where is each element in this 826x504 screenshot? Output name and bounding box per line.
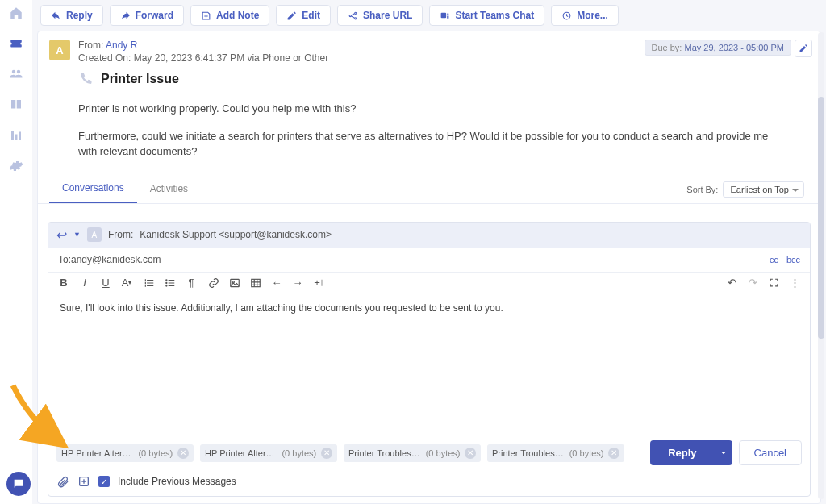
unordered-list-icon[interactable]	[165, 277, 176, 289]
action-toolbar: Reply Forward Add Note Edit Share URL St…	[32, 0, 826, 31]
created-on: Created On: May 20, 2023 6:41:37 PM via …	[78, 52, 328, 64]
ticket-card: A From: Andy R Created On: May 20, 2023 …	[37, 31, 821, 504]
edit-label: Edit	[302, 10, 320, 21]
add-note-button[interactable]: Add Note	[190, 5, 269, 26]
to-value[interactable]: andy@kanidesk.com	[71, 254, 161, 265]
sort-select[interactable]: Earliest on Top	[723, 181, 804, 198]
body-paragraph: Furthermore, could we initiate a search …	[78, 128, 780, 160]
italic-icon[interactable]: I	[79, 277, 90, 289]
nav-knowledge-icon[interactable]	[8, 97, 24, 113]
remove-attachment-icon[interactable]: ✕	[177, 448, 189, 459]
send-reply-caret[interactable]	[715, 440, 732, 465]
reply-button[interactable]: Reply	[40, 5, 103, 26]
attachment-chip[interactable]: HP Printer Altern...(0 bytes)✕	[200, 444, 337, 462]
editor-body[interactable]: Sure, I'll look into this issue. Additio…	[48, 294, 810, 435]
chat-fab[interactable]	[6, 472, 31, 496]
body-paragraph: Printer is not working properly. Could y…	[78, 101, 780, 117]
compose-from-label: From:	[108, 229, 133, 240]
svg-point-0	[349, 15, 351, 16]
phone-icon	[78, 72, 93, 86]
undo-icon[interactable]: ↶	[726, 277, 737, 289]
compose-footer: ✓ Include Previous Messages	[48, 472, 810, 496]
nav-reports-icon[interactable]	[8, 127, 24, 144]
nav-settings-icon[interactable]	[8, 158, 24, 174]
compose-header: ↩ ▼ A From: Kanidesk Support <support@ka…	[48, 223, 810, 248]
include-previous-checkbox[interactable]: ✓	[98, 476, 110, 487]
attachment-chip[interactable]: Printer Troublesh...(0 bytes)✕	[487, 444, 624, 462]
image-icon[interactable]	[229, 277, 240, 289]
underline-icon[interactable]: U	[100, 277, 111, 289]
svg-point-4	[448, 13, 449, 15]
nav-ticket-icon[interactable]	[8, 35, 24, 52]
insert-icon[interactable]: +∣	[313, 277, 324, 289]
reply-caret-icon[interactable]: ▼	[73, 231, 81, 239]
share-url-button[interactable]: Share URL	[337, 5, 423, 26]
ticket-subject: Printer Issue	[101, 72, 179, 86]
cancel-button[interactable]: Cancel	[739, 440, 802, 465]
requester-avatar: A	[49, 40, 70, 60]
attachments-row: HP Printer Altern...(0 bytes)✕ HP Printe…	[48, 434, 810, 472]
tabs-row: Conversations Activities Sort By: Earlie…	[38, 176, 820, 204]
canned-response-icon[interactable]	[77, 475, 90, 488]
requester-link[interactable]: Andy R	[106, 40, 137, 51]
compose-from-value: Kanidesk Support <support@kanidesk.com>	[140, 229, 332, 240]
remove-attachment-icon[interactable]: ✕	[321, 448, 332, 459]
add-note-label: Add Note	[216, 10, 259, 21]
edit-button[interactable]: Edit	[276, 5, 331, 26]
redo-icon[interactable]: ↷	[747, 277, 758, 289]
more-format-icon[interactable]: ⋮	[789, 277, 800, 289]
link-icon[interactable]	[208, 277, 219, 289]
include-previous-label: Include Previous Messages	[118, 476, 236, 487]
reply-label: Reply	[66, 10, 93, 21]
svg-point-8	[165, 285, 167, 286]
remove-attachment-icon[interactable]: ✕	[465, 448, 476, 459]
svg-rect-9	[231, 279, 240, 286]
teams-chat-label: Start Teams Chat	[455, 10, 534, 21]
svg-rect-3	[441, 12, 447, 17]
ordered-list-icon[interactable]	[144, 277, 155, 289]
edit-due-button[interactable]	[795, 40, 812, 57]
more-button[interactable]: More...	[551, 5, 619, 26]
teams-chat-button[interactable]: Start Teams Chat	[429, 5, 544, 26]
main-panel: Reply Forward Add Note Edit Share URL St…	[32, 0, 826, 504]
cc-toggle[interactable]: cc	[770, 255, 778, 264]
arrow-right-icon[interactable]: →	[292, 277, 303, 289]
agent-avatar: A	[87, 227, 102, 242]
tab-activities[interactable]: Activities	[137, 177, 201, 202]
side-nav	[0, 0, 32, 504]
forward-label: Forward	[136, 10, 173, 21]
attach-file-icon[interactable]	[56, 475, 69, 488]
due-by-pill: Due by: May 29, 2023 - 05:00 PM	[645, 40, 791, 56]
compose-panel: ↩ ▼ A From: Kanidesk Support <support@ka…	[48, 222, 811, 498]
to-label: To:	[58, 254, 71, 265]
rich-text-toolbar: B I U A▾ ¶ ← →	[48, 273, 810, 294]
attachment-chip[interactable]: Printer Troublesh...(0 bytes)✕	[344, 444, 481, 462]
remove-attachment-icon[interactable]: ✕	[608, 448, 620, 459]
nav-home-icon[interactable]	[8, 5, 24, 21]
more-label: More...	[577, 10, 608, 21]
paragraph-icon[interactable]: ¶	[186, 277, 197, 289]
tab-conversations[interactable]: Conversations	[49, 176, 137, 203]
font-size-icon[interactable]: A▾	[121, 277, 132, 289]
fullscreen-icon[interactable]	[768, 277, 779, 289]
sort-by: Sort By: Earliest on Top	[686, 181, 809, 198]
arrow-left-icon[interactable]: ←	[271, 277, 282, 289]
table-icon[interactable]	[250, 277, 261, 289]
nav-contacts-icon[interactable]	[8, 66, 24, 82]
forward-button[interactable]: Forward	[110, 5, 184, 26]
from-line: From: Andy R	[78, 40, 328, 51]
share-url-label: Share URL	[363, 10, 412, 21]
svg-point-1	[355, 12, 357, 14]
send-reply-button[interactable]: Reply	[650, 440, 714, 465]
compose-to-row: To: andy@kanidesk.com cc bcc	[48, 248, 810, 273]
scrollbar-thumb[interactable]	[818, 97, 824, 339]
bcc-toggle[interactable]: bcc	[786, 255, 800, 264]
bold-icon[interactable]: B	[58, 277, 69, 289]
reply-arrow-icon[interactable]: ↩	[56, 227, 67, 243]
attachment-chip[interactable]: HP Printer Altern...(0 bytes)✕	[56, 444, 194, 462]
scrollbar[interactable]	[818, 32, 824, 499]
svg-point-2	[355, 17, 357, 19]
svg-point-6	[165, 279, 167, 281]
svg-rect-11	[252, 279, 261, 286]
ticket-header: A From: Andy R Created On: May 20, 2023 …	[38, 31, 820, 86]
